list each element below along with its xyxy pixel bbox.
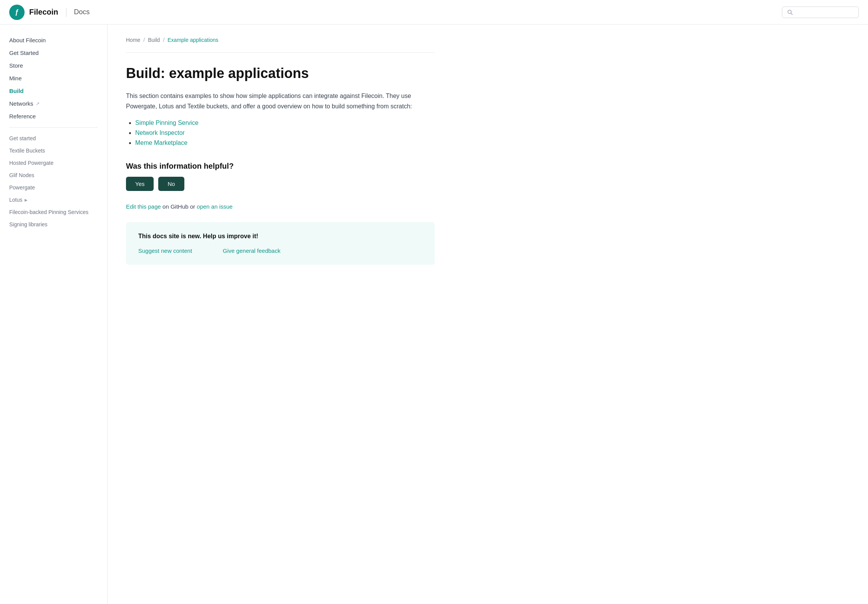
sidebar-item-networks[interactable]: Networks ↗ bbox=[9, 97, 98, 110]
sidebar-item-powergate[interactable]: Powergate bbox=[9, 181, 98, 194]
page-title: Build: example applications bbox=[126, 65, 435, 81]
list-item-meme-marketplace: Meme Marketplace bbox=[135, 139, 435, 146]
info-box: This docs site is new. Help us improve i… bbox=[126, 222, 435, 265]
open-issue-link[interactable]: open an issue bbox=[197, 203, 232, 210]
sidebar-item-lotus[interactable]: Lotus ▶ bbox=[9, 194, 98, 206]
info-box-title: This docs site is new. Help us improve i… bbox=[138, 233, 422, 240]
header-brand: ƒ Filecoin Docs bbox=[9, 5, 90, 20]
sidebar-item-mine[interactable]: Mine bbox=[9, 72, 98, 85]
list-item-simple-pinning: Simple Pinning Service bbox=[135, 119, 435, 126]
main-content: Home / Build / Example applications Buil… bbox=[108, 25, 453, 604]
simple-pinning-link[interactable]: Simple Pinning Service bbox=[135, 119, 199, 126]
breadcrumb-home[interactable]: Home bbox=[126, 37, 140, 43]
sidebar: About Filecoin Get Started Store Mine Bu… bbox=[0, 25, 108, 604]
sidebar-item-reference[interactable]: Reference bbox=[9, 110, 98, 123]
content-divider bbox=[126, 52, 435, 53]
links-list: Simple Pinning Service Network Inspector… bbox=[126, 119, 435, 146]
chevron-right-icon: ▶ bbox=[25, 198, 28, 202]
sidebar-item-filecoin-backed-pinning[interactable]: Filecoin-backed Pinning Services bbox=[9, 206, 98, 218]
search-icon bbox=[787, 9, 793, 15]
edit-page-link[interactable]: Edit this page bbox=[126, 203, 161, 210]
brand-name: Filecoin bbox=[29, 8, 58, 17]
suggest-content-link[interactable]: Suggest new content bbox=[138, 247, 192, 254]
svg-point-0 bbox=[788, 10, 791, 13]
main-layout: About Filecoin Get Started Store Mine Bu… bbox=[0, 25, 868, 604]
breadcrumb-current: Example applications bbox=[167, 37, 218, 43]
sidebar-item-build[interactable]: Build bbox=[9, 85, 98, 97]
docs-label: Docs bbox=[74, 8, 90, 16]
no-button[interactable]: No bbox=[158, 177, 184, 191]
intro-text: This section contains examples to show h… bbox=[126, 91, 435, 111]
sidebar-item-get-started-sub[interactable]: Get started bbox=[9, 132, 98, 144]
sidebar-primary-nav: About Filecoin Get Started Store Mine Bu… bbox=[0, 34, 107, 123]
yes-button[interactable]: Yes bbox=[126, 177, 154, 191]
sidebar-item-about-filecoin[interactable]: About Filecoin bbox=[9, 34, 98, 46]
sidebar-secondary-nav: Get started Textile Buckets Hosted Power… bbox=[0, 132, 107, 231]
breadcrumb-sep-1: / bbox=[143, 37, 145, 43]
breadcrumb-sep-2: / bbox=[163, 37, 164, 43]
meme-marketplace-link[interactable]: Meme Marketplace bbox=[135, 139, 187, 146]
info-box-links: Suggest new content Give general feedbac… bbox=[138, 247, 422, 254]
sidebar-item-store[interactable]: Store bbox=[9, 59, 98, 72]
feedback-buttons: Yes No bbox=[126, 177, 435, 191]
site-header: ƒ Filecoin Docs bbox=[0, 0, 868, 25]
sidebar-item-textile-buckets[interactable]: Textile Buckets bbox=[9, 144, 98, 157]
breadcrumb-build[interactable]: Build bbox=[148, 37, 160, 43]
feedback-title: Was this information helpful? bbox=[126, 162, 435, 171]
edit-links: Edit this page on GitHub or open an issu… bbox=[126, 203, 435, 210]
sidebar-divider bbox=[9, 127, 98, 128]
edit-text-mid: on GitHub or bbox=[162, 203, 197, 210]
svg-line-1 bbox=[791, 13, 792, 15]
sidebar-item-signing-libraries[interactable]: Signing libraries bbox=[9, 218, 98, 231]
feedback-section: Was this information helpful? Yes No bbox=[126, 162, 435, 191]
header-divider bbox=[66, 8, 66, 17]
network-inspector-link[interactable]: Network Inspector bbox=[135, 129, 185, 136]
sidebar-item-get-started[interactable]: Get Started bbox=[9, 46, 98, 59]
breadcrumb: Home / Build / Example applications bbox=[126, 37, 435, 43]
sidebar-item-hosted-powergate[interactable]: Hosted Powergate bbox=[9, 157, 98, 169]
sidebar-item-glif-nodes[interactable]: Glif Nodes bbox=[9, 169, 98, 181]
search-box[interactable] bbox=[782, 7, 859, 18]
filecoin-logo: ƒ bbox=[9, 5, 25, 20]
general-feedback-link[interactable]: Give general feedback bbox=[223, 247, 280, 254]
list-item-network-inspector: Network Inspector bbox=[135, 129, 435, 136]
external-link-icon: ↗ bbox=[36, 101, 40, 106]
